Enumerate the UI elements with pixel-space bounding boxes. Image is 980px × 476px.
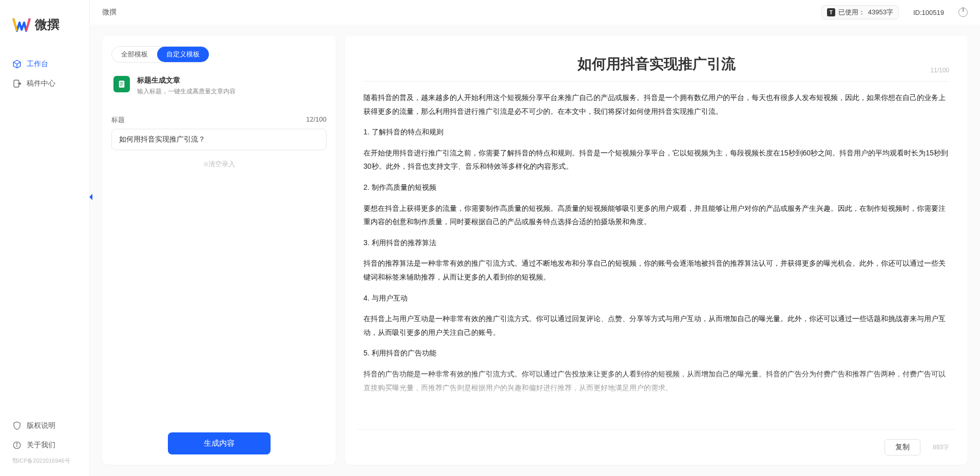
user-id: ID:100519 (913, 9, 944, 16)
article-title[interactable]: 如何用抖音实现推广引流 (578, 54, 736, 74)
field-label: 标题 (111, 115, 125, 125)
article-paragraph: 4. 与用户互动 (363, 291, 949, 305)
article-paragraph: 在抖音上与用户互动是一种非常有效的推广引流方式。你可以通过回复评论、点赞、分享等… (363, 312, 949, 339)
copy-button[interactable]: 复制 (885, 439, 920, 455)
template-card[interactable]: 标题生成文章 输入标题，一键生成高质量文章内容 (111, 74, 326, 106)
topbar-right: T 已使用： 43953字 ID:100519 (821, 5, 968, 19)
shield-icon (12, 421, 22, 430)
template-desc: 输入标题，一键生成高质量文章内容 (137, 87, 236, 96)
article-paragraph: 3. 利用抖音的推荐算法 (363, 236, 949, 250)
svg-point-3 (16, 443, 17, 444)
sidebar: 微撰 工作台 稿件中心 版权 (0, 0, 90, 476)
svg-rect-6 (120, 84, 123, 84)
field-counter: 12/100 (306, 115, 326, 125)
breadcrumb: 微撰 (102, 8, 117, 17)
sidebar-item-label: 关于我们 (27, 441, 55, 450)
title-counter: 11/100 (930, 67, 949, 74)
workspace: 全部模板 自定义模板 标题生成文章 输入标题，一键生成高质量文章内容 标题 (90, 25, 980, 476)
article-paragraph: 随着抖音的普及，越来越多的人开始利用这个短视频分享平台来推广自己的产品或服务。抖… (363, 91, 949, 118)
icp-text: 鄂ICP备2022016946号 (0, 455, 89, 467)
power-icon[interactable] (958, 8, 968, 17)
sidebar-item-drafts[interactable]: 稿件中心 (0, 74, 89, 93)
sidebar-item-about[interactable]: 关于我们 (0, 435, 89, 455)
tab-custom-templates[interactable]: 自定义模板 (157, 47, 209, 62)
template-title: 标题生成文章 (137, 76, 236, 85)
text-count-icon: T (827, 8, 835, 16)
article-paragraph: 抖音的广告功能是一种非常有效的推广引流方式。你可以通过广告投放来让更多的人看到你… (363, 367, 949, 394)
topbar: 微撰 T 已使用： 43953字 ID:100519 (90, 0, 980, 25)
cube-icon (12, 60, 22, 69)
article-body[interactable]: 随着抖音的普及，越来越多的人开始利用这个短视频分享平台来推广自己的产品或服务。抖… (356, 91, 956, 402)
brand-name: 微撰 (35, 16, 60, 33)
output-panel: 如何用抖音实现推广引流 11/100 随着抖音的普及，越来越多的人开始利用这个短… (345, 36, 968, 465)
output-footer: 复制 893字 (356, 429, 956, 455)
generate-button[interactable]: 生成内容 (168, 432, 271, 454)
w-logo-icon (12, 15, 31, 34)
article: 如何用抖音实现推广引流 11/100 随着抖音的普及，越来越多的人开始利用这个短… (356, 50, 956, 429)
title-field: 标题 12/100 (111, 115, 326, 150)
article-paragraph: 1. 了解抖音的特点和规则 (363, 125, 949, 139)
svg-rect-5 (120, 82, 123, 83)
document-icon (113, 76, 130, 92)
usage-value: 43953字 (868, 8, 893, 17)
main: 微撰 T 已使用： 43953字 ID:100519 全部模板 自定义模板 (90, 0, 980, 476)
doc-out-icon (12, 79, 22, 88)
tab-all-templates[interactable]: 全部模板 (112, 47, 157, 62)
usage-label: 已使用： (838, 8, 865, 17)
sidebar-item-copyright[interactable]: 版权说明 (0, 416, 89, 435)
sidebar-item-workspace[interactable]: 工作台 (0, 54, 89, 74)
clear-input-button[interactable]: ⊙清空录入 (111, 150, 326, 178)
template-tabbar: 全部模板 自定义模板 (111, 46, 209, 63)
usage-pill: T 已使用： 43953字 (821, 5, 899, 19)
title-input[interactable] (111, 129, 326, 150)
article-paragraph: 抖音的推荐算法是一种非常有效的推广引流方式。通过不断地发布和分享自己的短视频，你… (363, 256, 949, 284)
sidebar-item-label: 稿件中心 (27, 79, 55, 88)
nav-primary: 工作台 稿件中心 (0, 49, 89, 98)
output-char-count: 893字 (933, 443, 949, 452)
sidebar-item-label: 工作台 (27, 60, 48, 69)
info-icon (12, 441, 22, 450)
sidebar-item-label: 版权说明 (27, 421, 55, 430)
nav-footer: 版权说明 关于我们 鄂ICP备2022016946号 (0, 416, 89, 471)
config-panel: 全部模板 自定义模板 标题生成文章 输入标题，一键生成高质量文章内容 标题 (102, 36, 336, 465)
brand-logo: 微撰 (0, 15, 89, 49)
article-paragraph: 要想在抖音上获得更多的流量，你需要制作高质量的短视频。高质量的短视频能够吸引更多… (363, 202, 949, 229)
article-paragraph: 2. 制作高质量的短视频 (363, 181, 949, 194)
svg-rect-7 (120, 85, 122, 86)
collapse-sidebar-button[interactable] (87, 192, 94, 202)
article-paragraph: 在开始使用抖音进行推广引流之前，你需要了解抖音的特点和规则。抖音是一个短视频分享… (363, 146, 949, 173)
article-paragraph: 5. 利用抖音的广告功能 (363, 346, 949, 360)
